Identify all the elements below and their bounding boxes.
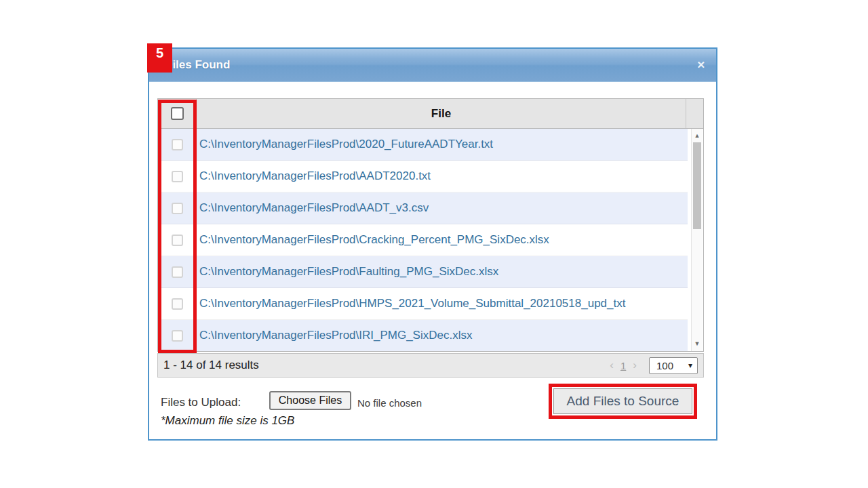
row-checkbox[interactable] [172, 266, 183, 278]
files-to-upload-label: Files to Upload: [161, 396, 241, 409]
screenshot-stage: Files Found ✕ File C:\InventoryManagerFi… [0, 0, 868, 488]
table-scrollbar[interactable]: ▲ ▼ [691, 129, 703, 351]
select-all-cell [158, 99, 197, 128]
row-checkbox-cell [158, 288, 197, 319]
pagination: ‹ 1 › 100 ▾ [606, 357, 698, 374]
scrollbar-spacer [686, 99, 703, 128]
row-checkbox[interactable] [172, 203, 183, 214]
next-page-icon[interactable]: › [629, 359, 641, 372]
row-checkbox-cell [158, 192, 197, 224]
chevron-down-icon: ▾ [688, 361, 692, 370]
file-path-link[interactable]: C:\InventoryManagerFilesProd\AADT_v3.csv [197, 192, 688, 224]
max-file-size-note: *Maximum file size is 1GB [161, 414, 294, 428]
no-file-chosen-text: No file chosen [357, 397, 422, 409]
table-row: C:\InventoryManagerFilesProd\Cracking_Pe… [158, 224, 688, 256]
file-path-link[interactable]: C:\InventoryManagerFilesProd\AADT2020.tx… [197, 161, 688, 192]
row-checkbox-cell [158, 256, 197, 287]
row-checkbox-cell [158, 224, 197, 256]
results-count: 1 - 14 of 14 results [163, 359, 259, 372]
row-checkbox[interactable] [172, 330, 183, 342]
table-row: C:\InventoryManagerFilesProd\HMPS_2021_V… [158, 288, 688, 320]
row-checkbox[interactable] [172, 139, 183, 150]
file-path-link[interactable]: C:\InventoryManagerFilesProd\HMPS_2021_V… [197, 288, 688, 319]
table-row: C:\InventoryManagerFilesProd\AADT2020.tx… [158, 161, 688, 192]
row-checkbox[interactable] [172, 235, 183, 246]
table-row: C:\InventoryManagerFilesProd\Faulting_PM… [158, 256, 688, 288]
prev-page-icon[interactable]: ‹ [606, 359, 618, 372]
file-table: File C:\InventoryManagerFilesProd\2020_F… [157, 98, 704, 352]
table-row: C:\InventoryManagerFilesProd\IRI_PMG_Six… [158, 320, 688, 351]
file-table-body: C:\InventoryManagerFilesProd\2020_Future… [158, 129, 703, 351]
table-row: C:\InventoryManagerFilesProd\2020_Future… [158, 129, 688, 161]
table-row: C:\InventoryManagerFilesProd\AADT_v3.csv [158, 192, 688, 224]
row-checkbox-cell [158, 129, 197, 160]
dialog-titlebar: Files Found ✕ [149, 49, 716, 82]
row-checkbox-cell [158, 161, 197, 192]
table-header-row: File [158, 99, 703, 129]
page-size-value: 100 [656, 360, 688, 371]
file-path-link[interactable]: C:\InventoryManagerFilesProd\Faulting_PM… [197, 256, 688, 287]
row-checkbox-cell [158, 320, 197, 351]
scroll-up-icon[interactable]: ▲ [692, 131, 703, 140]
file-path-link[interactable]: C:\InventoryManagerFilesProd\IRI_PMG_Six… [197, 320, 688, 351]
current-page[interactable]: 1 [618, 360, 629, 371]
row-checkbox[interactable] [172, 298, 183, 310]
close-icon[interactable]: ✕ [696, 60, 705, 70]
file-path-link[interactable]: C:\InventoryManagerFilesProd\Cracking_Pe… [197, 224, 688, 256]
file-path-link[interactable]: C:\InventoryManagerFilesProd\2020_Future… [197, 129, 688, 160]
choose-files-button[interactable]: Choose Files [269, 391, 351, 410]
results-footer: 1 - 14 of 14 results ‹ 1 › 100 ▾ [157, 353, 704, 378]
scrollbar-thumb[interactable] [693, 142, 701, 229]
scroll-down-icon[interactable]: ▼ [692, 339, 703, 348]
step-badge: 5 [147, 43, 172, 73]
page-size-select[interactable]: 100 ▾ [649, 357, 698, 374]
add-button-highlight: Add Files to Source [549, 384, 697, 419]
dialog-title: Files Found [165, 58, 230, 72]
select-all-checkbox[interactable] [171, 107, 184, 120]
add-files-to-source-button[interactable]: Add Files to Source [553, 388, 692, 414]
file-column-header: File [197, 99, 686, 128]
files-found-dialog: Files Found ✕ File C:\InventoryManagerFi… [148, 47, 717, 441]
row-checkbox[interactable] [172, 171, 183, 182]
